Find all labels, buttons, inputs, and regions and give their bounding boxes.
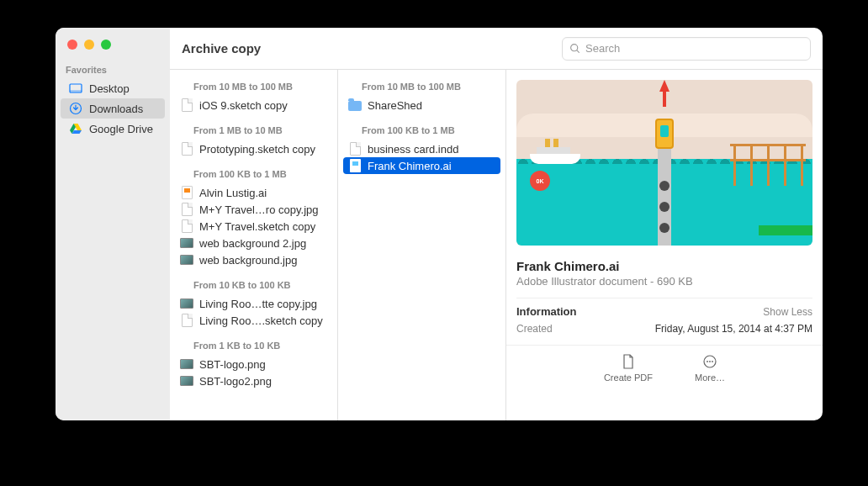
desktop-icon — [69, 82, 82, 95]
search-icon — [569, 43, 580, 54]
file-row[interactable]: Frank Chimero.ai — [343, 157, 500, 174]
file-name: SBT-logo.png — [199, 358, 266, 371]
sidebar-item-label: Desktop — [89, 82, 130, 95]
document-icon — [621, 354, 636, 369]
file-icon — [180, 219, 193, 233]
info-label: Information — [516, 305, 577, 318]
sidebar-item-google-drive[interactable]: Google Drive — [61, 119, 165, 139]
preview-thumbnail: 0K — [516, 80, 812, 246]
preview-filetype: Adobe Illustrator document - 690 KB — [516, 275, 812, 288]
svg-rect-1 — [70, 90, 82, 92]
sidebar-item-label: Google Drive — [89, 123, 153, 135]
size-group-header: From 1 MB to 10 MB — [170, 114, 337, 140]
zoom-button[interactable] — [101, 40, 111, 50]
file-row[interactable]: SBT-logo.png — [170, 356, 337, 372]
size-group-header: From 100 KB to 1 MB — [338, 114, 505, 140]
column-2[interactable]: From 10 MB to 100 MBShareShedFrom 100 KB… — [338, 70, 506, 420]
file-icon — [180, 98, 193, 112]
file-icon — [348, 159, 362, 172]
main-area: Archive copy Search From 10 MB to 100 MB… — [170, 28, 823, 420]
preview-actions: Create PDF More… — [506, 345, 823, 388]
file-name: M+Y Travel…ro copy.jpg — [199, 203, 319, 216]
file-name: Frank Chimero.ai — [368, 160, 452, 172]
file-name: ShareShed — [368, 99, 422, 112]
file-icon — [180, 186, 193, 199]
size-group-header: From 1 KB to 10 KB — [170, 329, 337, 356]
file-row[interactable]: Living Roo….sketch copy — [170, 312, 337, 329]
file-name: iOS 9.sketch copy — [199, 99, 288, 112]
svg-point-3 — [571, 45, 578, 51]
svg-point-6 — [707, 361, 708, 362]
file-name: Living Roo….sketch copy — [199, 314, 323, 327]
svg-point-7 — [709, 361, 711, 362]
close-button[interactable] — [67, 40, 77, 50]
preview-badge: 0K — [530, 171, 550, 191]
file-row[interactable]: Alvin Lustig.ai — [170, 184, 337, 201]
favorites-label: Favorites — [56, 65, 170, 78]
file-icon — [180, 236, 193, 250]
file-icon — [180, 357, 193, 371]
more-button[interactable]: More… — [695, 354, 725, 383]
file-row[interactable]: Living Roo…tte copy.jpg — [170, 295, 337, 312]
svg-point-8 — [712, 361, 713, 362]
info-row-created: Created Friday, August 15, 2014 at 4:37 … — [516, 323, 812, 335]
file-icon — [348, 142, 362, 156]
file-row[interactable]: web background 2.jpg — [170, 235, 337, 251]
size-group-header: From 10 MB to 100 MB — [338, 70, 505, 97]
file-name: SBT-logo2.png — [199, 375, 272, 388]
window-controls — [56, 36, 170, 65]
sidebar-item-desktop[interactable]: Desktop — [61, 78, 165, 98]
file-name: business card.indd — [368, 143, 458, 156]
search-placeholder: Search — [585, 42, 620, 55]
sidebar-item-downloads[interactable]: Downloads — [61, 98, 165, 119]
size-group-header: From 10 KB to 100 KB — [170, 268, 337, 295]
file-name: Living Roo…tte copy.jpg — [199, 298, 317, 310]
file-row[interactable]: business card.indd — [338, 140, 505, 157]
file-row[interactable]: ShareShed — [338, 97, 505, 114]
file-row[interactable]: Prototyping.sketch copy — [170, 140, 337, 157]
file-icon — [180, 314, 193, 327]
file-icon — [180, 374, 193, 388]
google-drive-icon — [69, 122, 82, 135]
finder-window: Favorites Desktop Downloads Google Drive… — [56, 28, 823, 420]
window-title: Archive copy — [182, 41, 562, 55]
file-icon — [180, 297, 193, 310]
file-row[interactable]: iOS 9.sketch copy — [170, 97, 337, 114]
file-name: Alvin Lustig.ai — [199, 187, 267, 199]
column-1[interactable]: From 10 MB to 100 MBiOS 9.sketch copyFro… — [170, 70, 338, 420]
file-name: web background.jpg — [199, 254, 297, 267]
info-header: Information Show Less — [516, 298, 812, 318]
file-icon — [180, 203, 193, 216]
file-row[interactable]: SBT-logo2.png — [170, 372, 337, 389]
file-name: web background 2.jpg — [199, 237, 306, 250]
sidebar-item-label: Downloads — [89, 103, 143, 115]
file-icon — [180, 253, 193, 267]
column-browser: From 10 MB to 100 MBiOS 9.sketch copyFro… — [170, 70, 823, 420]
file-row[interactable]: M+Y Travel.sketch copy — [170, 218, 337, 235]
minimize-button[interactable] — [84, 40, 94, 50]
file-row[interactable]: web background.jpg — [170, 251, 337, 268]
preview-pane: 0K Frank Chimero.ai Adobe Illustrator do… — [506, 70, 823, 420]
file-row[interactable]: M+Y Travel…ro copy.jpg — [170, 201, 337, 218]
preview-filename: Frank Chimero.ai — [516, 259, 812, 273]
created-value: Friday, August 15, 2014 at 4:37 PM — [655, 323, 812, 335]
file-icon — [348, 98, 362, 112]
sidebar: Favorites Desktop Downloads Google Drive — [56, 28, 170, 420]
show-less-button[interactable]: Show Less — [763, 306, 812, 318]
file-name: M+Y Travel.sketch copy — [199, 220, 315, 233]
create-pdf-button[interactable]: Create PDF — [604, 354, 653, 383]
created-label: Created — [516, 323, 553, 335]
downloads-icon — [69, 102, 82, 115]
toolbar: Archive copy Search — [170, 28, 823, 70]
more-icon — [702, 354, 717, 369]
size-group-header: From 100 KB to 1 MB — [170, 157, 337, 184]
file-name: Prototyping.sketch copy — [199, 143, 315, 156]
file-icon — [180, 142, 193, 156]
svg-line-4 — [577, 50, 579, 52]
search-field[interactable]: Search — [562, 37, 811, 61]
size-group-header: From 10 MB to 100 MB — [170, 70, 337, 97]
